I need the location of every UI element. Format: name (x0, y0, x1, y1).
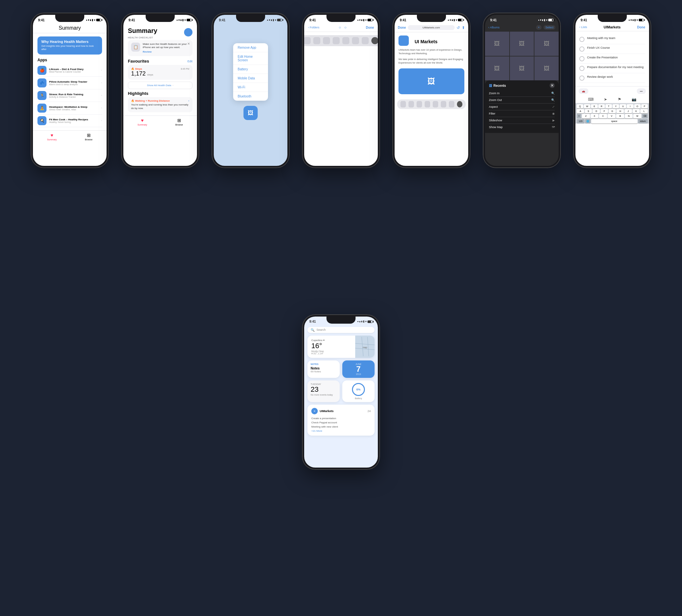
key-f[interactable]: F (600, 109, 608, 113)
menu-item-filter[interactable]: Filter ◉ (489, 110, 555, 117)
reminders-more[interactable]: +21 More (311, 429, 371, 432)
menu-item-bluetooth[interactable]: Bluetooth (233, 92, 268, 101)
key-b[interactable]: B (616, 114, 624, 118)
menu-item-zoom-out[interactable]: Zoom Out 🔍 (489, 97, 555, 103)
key-a[interactable]: A (577, 109, 584, 113)
photo-cell-5[interactable]: 🖼 (510, 56, 534, 81)
url-bar[interactable]: UIMarkets.com (408, 25, 455, 30)
emoji-key[interactable]: 🌐 (585, 119, 591, 124)
share-icon[interactable]: ⬆ (462, 25, 465, 30)
key-j[interactable]: J (624, 109, 632, 113)
menu-item-edit-home-screen[interactable]: Edit Home Screen (233, 52, 268, 65)
close-icon[interactable]: ✕ (550, 83, 555, 88)
key-r[interactable]: R (598, 104, 605, 109)
menu-item-slideshow[interactable]: Slideshow ▶ (489, 117, 555, 124)
car-icon-button[interactable]: 🚗 (579, 89, 588, 94)
list-item[interactable]: 🏃 Strava: Run & Ride Training Activity &… (38, 89, 102, 102)
num-key[interactable]: 123 (577, 119, 585, 124)
return-key[interactable]: return (638, 119, 648, 124)
done-button[interactable]: Done (637, 25, 645, 29)
photo-cell-3[interactable]: 🖼 (535, 32, 559, 56)
checkbox-5[interactable] (579, 75, 585, 81)
back-button[interactable]: ‹ Lists (579, 25, 587, 29)
key-l[interactable]: L (640, 109, 648, 113)
key-x[interactable]: X (591, 114, 599, 118)
back-button[interactable]: ‹ Albums (488, 26, 500, 29)
done-button[interactable]: Done (398, 26, 406, 29)
menu-item-wifi[interactable]: Wi-Fi (233, 83, 268, 92)
signal-bar-3 (271, 19, 272, 21)
key-u[interactable]: U (620, 104, 626, 109)
tab-browse[interactable]: ⊞ Browse (175, 118, 183, 126)
key-c[interactable]: C (599, 114, 607, 118)
close-icon[interactable]: ✕ (187, 42, 190, 46)
key-q[interactable]: Q (577, 104, 583, 109)
list-item[interactable]: Review design work (579, 73, 645, 83)
camera-icon[interactable]: 📷 (632, 97, 636, 102)
space-key[interactable]: space (591, 119, 637, 124)
key-g[interactable]: G (609, 109, 616, 113)
list-item[interactable]: Create the Presentation (579, 54, 645, 64)
tab-summary[interactable]: ♥ Summary (138, 118, 147, 126)
search-bar[interactable]: 🔍 Search (308, 327, 374, 333)
reload-icon[interactable]: ↺ (457, 25, 460, 30)
show-all-health-data-button[interactable]: Show All Health Data › (128, 81, 192, 89)
map-icon: 🗺 (552, 125, 555, 129)
key-d[interactable]: D (593, 109, 600, 113)
add-button[interactable]: + (536, 25, 542, 30)
flag-icon[interactable]: ⚑ (618, 97, 621, 102)
photos-icon-button[interactable]: 🖼 (244, 106, 258, 120)
back-button[interactable]: ‹ Folders (308, 26, 319, 29)
key-p[interactable]: P (641, 104, 648, 109)
key-n[interactable]: N (625, 114, 633, 118)
delete-key[interactable]: ⌫ (642, 114, 648, 118)
menu-item-battery[interactable]: Battery (233, 65, 268, 74)
photo-cell-2[interactable]: 🖼 (510, 32, 534, 56)
checkbox-3[interactable] (579, 56, 585, 61)
key-h[interactable]: H (616, 109, 624, 113)
review-link[interactable]: Review (143, 50, 189, 53)
key-k[interactable]: K (633, 109, 640, 113)
photo-cell-1[interactable]: 🖼 (485, 32, 509, 56)
widgets-grid: Cupertino ▾ 16° Mostly Clear H:31°, L:14… (304, 336, 378, 435)
list-item[interactable]: 🧘 Headspace: Meditation & Sleep Stress r… (38, 102, 102, 115)
key-s[interactable]: S (585, 109, 592, 113)
shift-key[interactable]: ⇧ (577, 114, 581, 118)
edit-button[interactable]: Edit (187, 60, 192, 63)
key-z[interactable]: Z (582, 114, 590, 118)
key-i[interactable]: I (627, 104, 633, 109)
checkbox-1[interactable] (579, 37, 585, 42)
key-e[interactable]: E (591, 104, 597, 109)
checkbox-4[interactable] (579, 66, 585, 71)
wifi-icon: ▾ (546, 19, 547, 22)
list-item[interactable]: Finish UX Course (579, 44, 645, 54)
key-y[interactable]: Y (613, 104, 619, 109)
menu-item-zoom-in[interactable]: Zoom In 🔍 (489, 90, 555, 97)
done-button[interactable]: Done (366, 26, 374, 29)
key-o[interactable]: O (634, 104, 641, 109)
menu-item-remove-app[interactable]: Remove App (233, 43, 268, 52)
key-w[interactable]: W (584, 104, 590, 109)
key-t[interactable]: T (606, 104, 612, 109)
share-icon[interactable]: ○ (344, 25, 346, 30)
list-item[interactable]: 🍳 Fit Men Cook – Healthy Recipes Healthy… (38, 115, 102, 127)
photo-cell-4[interactable]: 🖼 (485, 56, 509, 81)
location-icon[interactable]: ➤ (604, 97, 607, 102)
checkbox-2[interactable] (579, 46, 585, 52)
tab-summary[interactable]: ♥ Summary (47, 133, 57, 141)
list-item[interactable]: 💤 Pillow Automatic Sleep Tracker Alarm c… (38, 77, 102, 89)
photo-cell-6[interactable]: 🖼 (535, 56, 559, 81)
key-v[interactable]: V (608, 114, 616, 118)
more-button[interactable]: ••• (637, 89, 646, 94)
list-item[interactable]: 🍎 Lifesum – Diet & Food Diary Meal Plann… (38, 64, 102, 77)
menu-item-aspect[interactable]: Aspect ⤢ (489, 103, 555, 110)
keyboard-icon[interactable]: ⌨ (588, 97, 593, 102)
list-item[interactable]: Meeting with my team (579, 34, 645, 44)
menu-item-mobile-data[interactable]: Mobile Data (233, 74, 268, 83)
add-icon[interactable]: ○ (339, 25, 341, 30)
menu-item-show-map[interactable]: Show Map 🗺 (489, 124, 555, 131)
select-button[interactable]: Select (543, 25, 555, 30)
tab-browse[interactable]: ⊞ Browse (85, 133, 92, 141)
list-item[interactable]: Prepare documentation for my next meetin… (579, 64, 645, 73)
key-m[interactable]: M (633, 114, 641, 118)
